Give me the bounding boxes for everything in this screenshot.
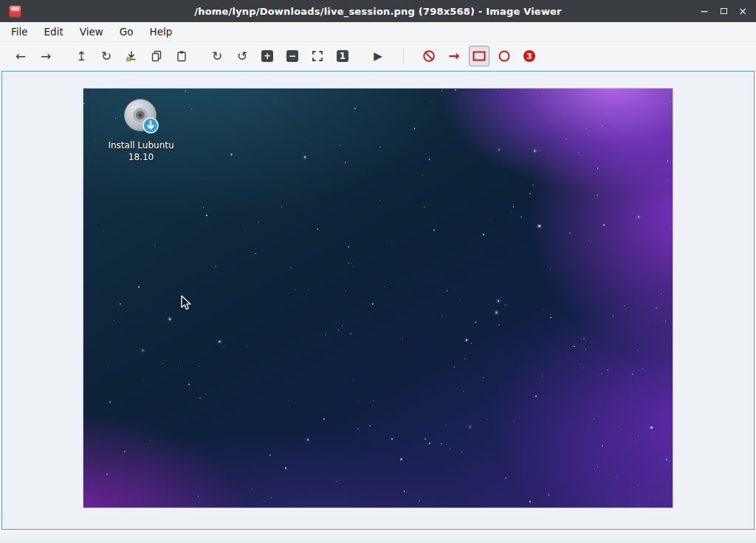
star bbox=[422, 175, 423, 176]
star bbox=[471, 343, 472, 344]
displayed-image: Install Lubuntu 18.10 bbox=[83, 89, 673, 508]
paste-button[interactable] bbox=[171, 46, 192, 66]
minimize-button[interactable]: − bbox=[697, 4, 712, 18]
cd-disc-icon bbox=[121, 97, 161, 137]
draw-rectangle-button[interactable] bbox=[469, 46, 489, 66]
star bbox=[498, 90, 499, 91]
zoom-group: ↻ ↺ + − 1 bbox=[207, 46, 353, 66]
star bbox=[414, 128, 416, 129]
save-file-button[interactable] bbox=[121, 46, 142, 66]
rotate-counterclockwise-button[interactable]: ↺ bbox=[232, 46, 252, 66]
previous-image-button[interactable]: ← bbox=[10, 46, 31, 66]
star bbox=[433, 229, 436, 232]
star bbox=[667, 160, 668, 161]
menu-view[interactable]: View bbox=[72, 24, 111, 40]
menu-help[interactable]: Help bbox=[142, 24, 181, 40]
next-image-button[interactable]: → bbox=[35, 46, 56, 66]
star bbox=[108, 366, 109, 367]
star bbox=[372, 303, 374, 305]
star bbox=[550, 317, 551, 319]
maximize-button[interactable] bbox=[716, 4, 731, 18]
star bbox=[543, 309, 543, 310]
star bbox=[271, 497, 272, 498]
draw-arrow-button[interactable]: → bbox=[444, 46, 464, 66]
star bbox=[188, 384, 190, 385]
star bbox=[304, 156, 306, 159]
reload-button[interactable]: ↻ bbox=[96, 46, 117, 66]
rotate-cw-icon: ↻ bbox=[212, 50, 222, 63]
star bbox=[665, 103, 666, 104]
image-viewer-window: /home/lynp/Downloads/live_session.png (7… bbox=[0, 0, 756, 543]
draw-circle-button[interactable] bbox=[494, 46, 515, 66]
star bbox=[353, 266, 354, 266]
star bbox=[505, 477, 506, 479]
star bbox=[206, 215, 207, 216]
window-title: /home/lynp/Downloads/live_session.png (7… bbox=[0, 6, 756, 17]
reload-icon: ↻ bbox=[101, 50, 111, 63]
fit-to-window-button[interactable] bbox=[307, 46, 328, 66]
copy-button[interactable] bbox=[146, 46, 167, 66]
star bbox=[419, 500, 420, 502]
star bbox=[597, 466, 599, 468]
star bbox=[461, 452, 462, 452]
original-size-button[interactable]: 1 bbox=[332, 46, 353, 66]
menu-go[interactable]: Go bbox=[111, 24, 142, 40]
close-button[interactable]: × bbox=[735, 4, 750, 18]
star bbox=[441, 316, 442, 317]
star bbox=[583, 367, 584, 368]
star bbox=[120, 303, 121, 305]
menu-file[interactable]: File bbox=[3, 24, 36, 40]
star bbox=[169, 318, 171, 319]
star bbox=[430, 102, 431, 103]
annotation-group: → 3 bbox=[419, 46, 540, 66]
star bbox=[638, 435, 639, 437]
star bbox=[504, 304, 506, 305]
star bbox=[307, 439, 309, 441]
draw-none-button[interactable] bbox=[419, 46, 439, 66]
star bbox=[103, 230, 103, 231]
play-icon: ▶ bbox=[374, 51, 382, 62]
star bbox=[323, 418, 325, 420]
viewer-canvas: Install Lubuntu 18.10 bbox=[1, 71, 755, 530]
menu-edit[interactable]: Edit bbox=[36, 24, 72, 40]
star bbox=[198, 496, 199, 497]
star bbox=[661, 294, 662, 295]
star bbox=[588, 240, 589, 241]
star bbox=[179, 361, 180, 362]
paste-icon bbox=[176, 50, 188, 62]
star bbox=[549, 494, 550, 496]
star bbox=[114, 320, 114, 321]
star bbox=[520, 216, 522, 218]
star bbox=[336, 481, 337, 483]
star bbox=[124, 451, 126, 452]
star bbox=[94, 141, 95, 142]
app-icon bbox=[9, 5, 21, 18]
star bbox=[495, 311, 498, 314]
star bbox=[247, 347, 247, 347]
slideshow-play-button[interactable]: ▶ bbox=[368, 46, 388, 66]
star bbox=[619, 426, 620, 428]
no-drawing-icon bbox=[422, 49, 436, 63]
star bbox=[203, 207, 204, 207]
star bbox=[668, 181, 669, 181]
star bbox=[199, 398, 200, 398]
arrow-left-icon: ← bbox=[16, 50, 26, 63]
star bbox=[295, 289, 295, 290]
rotate-clockwise-button[interactable]: ↻ bbox=[207, 46, 227, 66]
star bbox=[498, 300, 499, 302]
open-file-button[interactable]: ↥ bbox=[71, 46, 92, 66]
star bbox=[258, 222, 259, 223]
star bbox=[447, 290, 447, 291]
zoom-out-button[interactable]: − bbox=[282, 46, 303, 66]
star bbox=[613, 315, 614, 317]
star bbox=[199, 366, 200, 367]
star bbox=[601, 373, 602, 374]
titlebar: /home/lynp/Downloads/live_session.png (7… bbox=[0, 0, 756, 22]
star bbox=[348, 263, 349, 264]
zoom-in-button[interactable]: + bbox=[257, 46, 278, 66]
star bbox=[602, 446, 602, 446]
draw-number-button[interactable]: 3 bbox=[519, 46, 540, 66]
star bbox=[373, 401, 374, 401]
star bbox=[269, 454, 271, 456]
toolbar-separator bbox=[403, 48, 404, 64]
